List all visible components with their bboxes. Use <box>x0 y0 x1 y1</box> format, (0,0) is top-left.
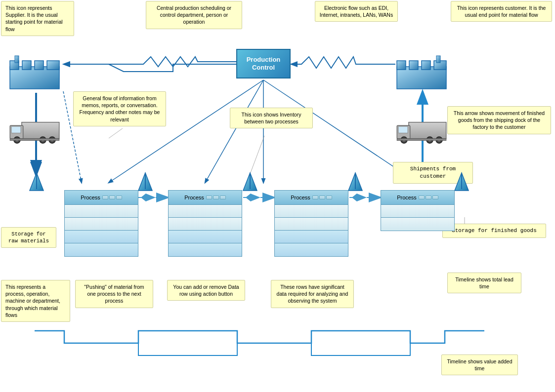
callout-significant: These rows have significant data require… <box>271 280 354 308</box>
process-data-buttons-3 <box>312 196 332 199</box>
process-header-2: Process <box>168 190 242 205</box>
svg-rect-27 <box>15 56 19 63</box>
inventory-triangle-3-4 <box>347 172 363 193</box>
data-btn-4b <box>426 196 431 199</box>
callout-prod-control: Central production scheduling or control… <box>146 1 242 29</box>
data-btn-2c <box>220 196 226 199</box>
process-header-1: Process <box>64 190 138 205</box>
process-row-2-3 <box>169 231 242 243</box>
production-control-box: Production Control <box>236 49 291 78</box>
data-btn-1c <box>116 196 122 199</box>
svg-rect-26 <box>47 61 59 70</box>
svg-rect-33 <box>436 56 440 63</box>
process-rows-2 <box>168 205 242 257</box>
svg-line-3 <box>205 80 263 183</box>
callout-electronic: Electronic flow such as EDI, Internet, i… <box>315 1 398 22</box>
svg-rect-24 <box>22 61 31 70</box>
truck-customer <box>394 118 449 147</box>
process-row-1-2 <box>65 218 138 231</box>
process-data-buttons-4 <box>419 196 438 199</box>
inventory-triangle-right <box>454 172 470 193</box>
svg-rect-34 <box>22 122 59 139</box>
inventory-triangle-left <box>29 172 44 193</box>
data-btn-3b <box>319 196 325 199</box>
process-data-buttons-2 <box>206 196 226 199</box>
process-row-3-1 <box>275 205 348 218</box>
process-row-3-2 <box>275 218 348 231</box>
truck-supplier <box>7 118 62 147</box>
svg-rect-44 <box>409 122 446 139</box>
svg-rect-46 <box>398 126 408 133</box>
callout-value-added: Timeline shows value added time <box>441 354 518 375</box>
process-row-3-4 <box>275 243 348 256</box>
process-rows-3 <box>274 205 348 257</box>
process-row-2-4 <box>169 243 242 256</box>
inventory-triangle-2-3 <box>242 172 258 193</box>
process-row-4-1 <box>381 205 454 218</box>
process-row-1-3 <box>65 231 138 243</box>
process-row-2-1 <box>169 205 242 218</box>
process-row-1-4 <box>65 243 138 256</box>
svg-rect-36 <box>11 126 21 133</box>
svg-rect-43 <box>10 139 59 141</box>
data-btn-2a <box>206 196 212 199</box>
process-row-3-3 <box>275 231 348 243</box>
callout-data-row: You can add or remove Data row using act… <box>167 280 245 301</box>
svg-rect-25 <box>35 61 43 70</box>
process-row-1-1 <box>65 205 138 218</box>
data-btn-4c <box>432 196 438 199</box>
callout-process-desc: This represents a process, operation, ma… <box>1 280 70 322</box>
data-btn-2b <box>213 196 219 199</box>
svg-marker-13 <box>352 194 367 201</box>
process-header-3: Process <box>274 190 348 205</box>
callout-storage-materials: Storage for raw materials <box>1 227 56 248</box>
factory-supplier <box>7 52 62 91</box>
process-box-1: Process <box>64 190 138 257</box>
inventory-triangle-1-2 <box>137 172 153 193</box>
process-header-4: Process <box>381 190 455 205</box>
callout-movement: This arrow shows movement of finished go… <box>447 106 551 134</box>
svg-line-19 <box>250 136 264 175</box>
process-box-4: Process <box>381 190 455 231</box>
callout-inventory: This icon shows Inventory between two pr… <box>230 108 313 128</box>
data-btn-1b <box>109 196 115 199</box>
callout-info-flow: General flow of information from memos, … <box>73 91 166 126</box>
callout-pushing: "Pushing" of material from one process t… <box>75 280 153 308</box>
data-btn-3a <box>312 196 318 199</box>
process-rows-4 <box>381 205 455 231</box>
process-row-4-2 <box>381 218 454 231</box>
svg-line-18 <box>109 128 123 138</box>
callout-storage-finished: Storage for finished goods <box>442 224 546 238</box>
process-row-2-2 <box>169 218 242 231</box>
data-btn-3c <box>326 196 332 199</box>
svg-rect-30 <box>409 61 418 70</box>
data-btn-1a <box>102 196 108 199</box>
svg-marker-10 <box>246 194 260 201</box>
callout-customer: This icon represents customer. It is the… <box>451 1 552 22</box>
callout-total-lead: Timeline shows total lead time <box>447 273 521 293</box>
svg-rect-31 <box>422 61 430 70</box>
data-btn-4a <box>419 196 425 199</box>
callout-supplier: This icon represents Supplier. It is the… <box>1 1 74 36</box>
process-rows-1 <box>64 205 138 257</box>
svg-rect-29 <box>397 61 406 70</box>
process-box-3: Process <box>274 190 348 257</box>
process-box-2: Process <box>168 190 242 257</box>
process-data-buttons-1 <box>102 196 122 199</box>
factory-customer <box>394 52 449 91</box>
svg-marker-7 <box>141 194 156 201</box>
svg-rect-53 <box>397 139 446 141</box>
